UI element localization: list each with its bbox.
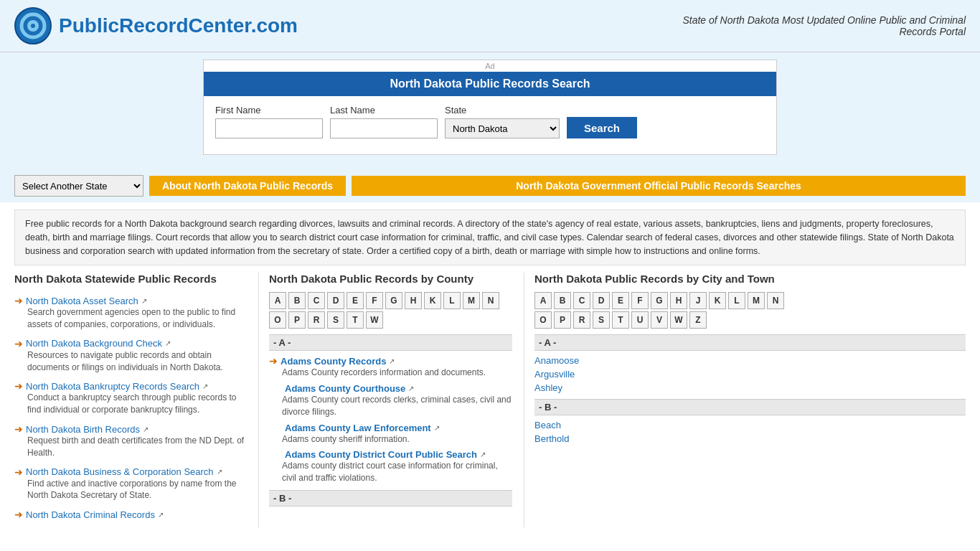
city-title: North Dakota Public Records by City and … xyxy=(534,273,966,285)
alpha-O[interactable]: O xyxy=(269,311,286,329)
city-alpha-E[interactable]: E xyxy=(612,292,629,309)
county-desc: Adams county sheriff information. xyxy=(282,433,512,446)
city-alpha-N[interactable]: N xyxy=(767,292,784,309)
city-alpha-J[interactable]: J xyxy=(689,292,707,309)
city-alpha-A[interactable]: A xyxy=(534,292,552,309)
list-item: ➜ North Dakota Criminal Records ↗ xyxy=(14,509,247,520)
state-group: State North Dakota xyxy=(445,105,560,138)
alpha-G[interactable]: G xyxy=(385,292,402,309)
alpha-D[interactable]: D xyxy=(327,292,344,309)
city-alpha-H[interactable]: H xyxy=(670,292,687,309)
city-alpha-K[interactable]: K xyxy=(709,292,726,309)
record-link[interactable]: North Dakota Background Check xyxy=(26,338,162,349)
city-alpha-O[interactable]: O xyxy=(534,311,552,329)
alpha-S[interactable]: S xyxy=(327,311,344,329)
alpha-B[interactable]: B xyxy=(288,292,306,309)
county-link[interactable]: Adams County District Court Public Searc… xyxy=(285,449,477,460)
county-section-a: - A - xyxy=(269,334,512,351)
city-link[interactable]: Berthold xyxy=(534,433,966,444)
site-header: PublicRecordCenter.com State of North Da… xyxy=(0,0,980,52)
record-item-title: ➜ North Dakota Criminal Records ↗ xyxy=(14,509,247,520)
external-icon: ↗ xyxy=(165,339,171,347)
alpha-W[interactable]: W xyxy=(366,311,383,329)
city-alpha-S[interactable]: S xyxy=(593,311,610,329)
external-icon: ↗ xyxy=(141,297,147,305)
state-select-nav[interactable]: Select Another State xyxy=(14,175,143,197)
list-item: ➜ North Dakota Bankruptcy Records Search… xyxy=(14,380,247,416)
arrow-icon: ➜ xyxy=(14,423,23,435)
alpha-L[interactable]: L xyxy=(443,292,461,309)
city-alpha-B[interactable]: B xyxy=(554,292,571,309)
city-alpha-M[interactable]: M xyxy=(748,292,765,309)
city-alpha-C[interactable]: C xyxy=(573,292,590,309)
alpha-H[interactable]: H xyxy=(405,292,422,309)
city-alpha-L[interactable]: L xyxy=(728,292,745,309)
city-link[interactable]: Ashley xyxy=(534,382,966,393)
city-link[interactable]: Anamoose xyxy=(534,355,966,366)
alpha-row-1: A B C D E F G H K L M N xyxy=(269,292,512,309)
external-icon: ↗ xyxy=(389,357,395,365)
external-icon: ↗ xyxy=(434,424,440,432)
county-section-b: - B - xyxy=(269,490,512,507)
list-item: ➜ Adams County Records ↗ Adams County re… xyxy=(269,355,512,379)
alpha-C[interactable]: C xyxy=(308,292,325,309)
alpha-A[interactable]: A xyxy=(269,292,286,309)
description-text: Free public records for a North Dakota b… xyxy=(25,219,954,256)
city-alpha-Z[interactable]: Z xyxy=(689,311,707,329)
city-alpha-G[interactable]: G xyxy=(651,292,668,309)
alpha-row-2: O P R S T W xyxy=(269,311,512,329)
record-link[interactable]: North Dakota Asset Search xyxy=(26,296,138,306)
list-item: ➜ North Dakota Business & Corporation Se… xyxy=(14,466,247,502)
record-link[interactable]: North Dakota Business & Corporation Sear… xyxy=(26,466,214,477)
record-desc: Search government agencies open to the p… xyxy=(27,306,247,331)
gov-records-button[interactable]: North Dakota Government Official Public … xyxy=(352,176,966,196)
search-button[interactable]: Search xyxy=(567,117,637,138)
record-link[interactable]: North Dakota Birth Records xyxy=(26,424,140,435)
record-desc: Resources to navigate public records and… xyxy=(27,349,247,374)
statewide-column: North Dakota Statewide Public Records ➜ … xyxy=(14,273,258,527)
list-item: Adams County Law Enforcement ↗ Adams cou… xyxy=(269,423,512,446)
record-link[interactable]: North Dakota Criminal Records xyxy=(26,509,155,520)
first-name-input[interactable] xyxy=(215,118,323,138)
about-button[interactable]: About North Dakota Public Records xyxy=(149,176,346,196)
city-alpha-P[interactable]: P xyxy=(554,311,571,329)
last-name-input[interactable] xyxy=(330,118,438,138)
record-item-title: ➜ North Dakota Asset Search ↗ xyxy=(14,295,247,306)
record-desc: Request birth and death certificates fro… xyxy=(27,435,247,459)
city-alpha-U[interactable]: U xyxy=(631,311,649,329)
alpha-K[interactable]: K xyxy=(424,292,441,309)
alpha-P[interactable]: P xyxy=(288,311,306,329)
alpha-N[interactable]: N xyxy=(482,292,499,309)
record-item-title: ➜ North Dakota Birth Records ↗ xyxy=(14,423,247,435)
record-item-title: ➜ North Dakota Background Check ↗ xyxy=(14,338,247,349)
external-icon: ↗ xyxy=(480,451,486,458)
logo-area: PublicRecordCenter.com xyxy=(14,7,298,44)
alpha-M[interactable]: M xyxy=(463,292,480,309)
arrow-icon: ➜ xyxy=(14,295,23,306)
alpha-T[interactable]: T xyxy=(347,311,364,329)
statewide-title: North Dakota Statewide Public Records xyxy=(14,273,247,288)
list-item: ➜ North Dakota Asset Search ↗ Search gov… xyxy=(14,295,247,331)
city-alpha-W[interactable]: W xyxy=(670,311,687,329)
county-link[interactable]: Adams County Records xyxy=(281,356,386,367)
external-icon: ↗ xyxy=(408,385,414,392)
city-alpha-T[interactable]: T xyxy=(612,311,629,329)
city-link[interactable]: Beach xyxy=(534,420,966,430)
city-link[interactable]: Argusville xyxy=(534,369,966,380)
county-desc: Adams county district court case informa… xyxy=(282,460,512,484)
external-icon: ↗ xyxy=(158,511,164,519)
city-alpha-V[interactable]: V xyxy=(651,311,668,329)
county-link[interactable]: Adams County Law Enforcement xyxy=(285,423,431,433)
state-select[interactable]: North Dakota xyxy=(445,118,560,138)
city-alpha-D[interactable]: D xyxy=(593,292,610,309)
record-link[interactable]: North Dakota Bankruptcy Records Search xyxy=(26,381,199,392)
alpha-E[interactable]: E xyxy=(347,292,364,309)
county-item-title: ➜ Adams County Records ↗ xyxy=(269,355,512,367)
city-alpha-F[interactable]: F xyxy=(631,292,649,309)
county-link[interactable]: Adams County Courthouse xyxy=(285,383,405,394)
logo-icon xyxy=(14,7,52,44)
last-name-group: Last Name xyxy=(330,105,438,138)
alpha-F[interactable]: F xyxy=(366,292,383,309)
city-alpha-R[interactable]: R xyxy=(573,311,590,329)
alpha-R[interactable]: R xyxy=(308,311,325,329)
